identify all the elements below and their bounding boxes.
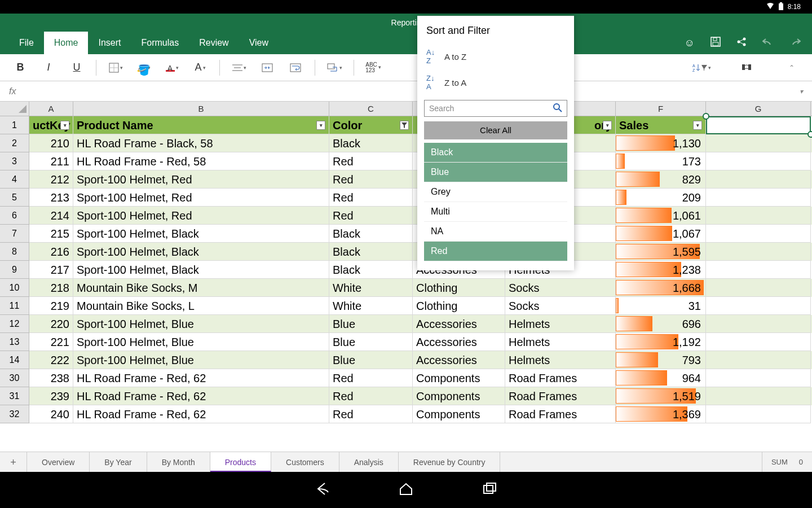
redo-icon[interactable] [789, 37, 801, 49]
sort-filter-button[interactable]: AZ ▾ [690, 58, 713, 78]
cell-color[interactable]: Black [329, 225, 413, 243]
cell-sales[interactable]: 31 [616, 297, 706, 315]
cell-empty[interactable] [706, 279, 811, 297]
share-icon[interactable] [736, 37, 747, 50]
filter-item-red[interactable]: Red [424, 242, 567, 261]
col-header-b[interactable]: B [73, 102, 329, 116]
row-header[interactable]: 12 [0, 315, 29, 333]
cell-sales[interactable]: 793 [616, 351, 706, 369]
filter-item-blue[interactable]: Blue [424, 163, 567, 182]
filter-icon[interactable]: ▾ [693, 121, 702, 130]
tab-view[interactable]: View [239, 32, 279, 54]
cell-color[interactable]: Blue [329, 333, 413, 351]
wrap-text-button[interactable] [284, 58, 307, 78]
cell-color[interactable]: Red [329, 387, 413, 405]
filter-icon[interactable]: ▾ [60, 121, 69, 130]
cell-subcategory[interactable]: Road Frames [505, 369, 616, 387]
cell-empty[interactable] [706, 134, 811, 152]
row-header[interactable]: 8 [0, 243, 29, 261]
tab-insert[interactable]: Insert [88, 32, 131, 54]
cell-sales[interactable]: 173 [616, 152, 706, 170]
cell-key[interactable]: 218 [29, 279, 73, 297]
cell-key[interactable]: 238 [29, 369, 73, 387]
sort-atoz[interactable]: A↓Z A to Z [417, 43, 574, 69]
cell-sales[interactable]: 1,061 [616, 207, 706, 225]
table-row[interactable]: 14222Sport-100 Helmet, BlueBlueAccessori… [0, 351, 812, 369]
cell-name[interactable]: HL Road Frame - Red, 62 [73, 387, 329, 405]
filter-icon[interactable]: ▾ [316, 121, 325, 130]
cell-color[interactable]: Black [329, 134, 413, 152]
cell-key[interactable]: 213 [29, 189, 73, 207]
cell-name[interactable]: Sport-100 Helmet, Black [73, 261, 329, 279]
row-header[interactable]: 32 [0, 405, 29, 423]
filter-search-input[interactable]: Search [424, 100, 567, 117]
spreadsheet-grid[interactable]: 1 uctKey▾ Product Name▾ Color ory▾ Sales… [0, 116, 812, 423]
cell-key[interactable]: 211 [29, 152, 73, 170]
cell-empty[interactable] [706, 189, 811, 207]
cell-sales[interactable]: 1,238 [616, 261, 706, 279]
borders-button[interactable]: ▾ [104, 58, 127, 78]
sheet-byyear[interactable]: By Year [90, 452, 147, 472]
cell-color[interactable]: Red [329, 405, 413, 423]
cell-color[interactable]: Black [329, 243, 413, 261]
table-row[interactable]: 13221Sport-100 Helmet, BlueBlueAccessori… [0, 333, 812, 351]
cell-key[interactable]: 220 [29, 315, 73, 333]
find-button[interactable] [735, 58, 758, 78]
tab-review[interactable]: Review [189, 32, 239, 54]
filter-icon[interactable]: ▾ [603, 121, 612, 130]
italic-button[interactable]: I [37, 58, 60, 78]
cell-key[interactable]: 215 [29, 225, 73, 243]
row-header[interactable]: 6 [0, 207, 29, 225]
cell-sales[interactable]: 1,595 [616, 243, 706, 261]
header-productkey[interactable]: uctKey▾ [29, 116, 73, 134]
filter-item-multi[interactable]: Multi [424, 202, 567, 222]
header-sales[interactable]: Sales▾ [616, 116, 706, 134]
col-header-f[interactable]: F [616, 102, 706, 116]
smiley-icon[interactable]: ☺ [685, 37, 695, 49]
cell-empty[interactable] [706, 369, 811, 387]
cell-key[interactable]: 210 [29, 134, 73, 152]
table-row[interactable]: 30238HL Road Frame - Red, 62RedComponent… [0, 369, 812, 387]
cell-empty[interactable] [706, 405, 811, 423]
sheet-revenue[interactable]: Revenue by Country [399, 452, 501, 472]
table-row[interactable]: 31239HL Road Frame - Red, 62RedComponent… [0, 387, 812, 405]
align-button[interactable]: ▾ [228, 58, 250, 78]
cell-name[interactable]: Sport-100 Helmet, Red [73, 207, 329, 225]
table-row[interactable]: 3211HL Road Frame - Red, 58Rednes173 [0, 152, 812, 170]
row-header[interactable]: 2 [0, 134, 29, 152]
cell-color[interactable]: Blue [329, 315, 413, 333]
cell-category[interactable]: Components [413, 387, 505, 405]
header-color[interactable]: Color [329, 116, 413, 134]
cell-empty[interactable] [706, 207, 811, 225]
table-row[interactable]: 32240HL Road Frame - Red, 62RedComponent… [0, 405, 812, 423]
cell-color[interactable]: Red [329, 369, 413, 387]
cell-sales[interactable]: 964 [616, 369, 706, 387]
table-row[interactable]: 8216Sport-100 Helmet, BlackBlack1,595 [0, 243, 812, 261]
cell-styles-button[interactable]: ABC123▾ [362, 58, 385, 78]
row-header[interactable]: 10 [0, 279, 29, 297]
cell-category[interactable]: Components [413, 405, 505, 423]
table-row[interactable]: 7215Sport-100 Helmet, BlackBlack1,067 [0, 225, 812, 243]
row-header[interactable]: 31 [0, 387, 29, 405]
cell-sales[interactable]: 209 [616, 189, 706, 207]
table-row[interactable]: 5213Sport-100 Helmet, RedRed209 [0, 189, 812, 207]
cell-key[interactable]: 217 [29, 261, 73, 279]
cell-category[interactable]: Accessories [413, 315, 505, 333]
cell-name[interactable]: Sport-100 Helmet, Blue [73, 333, 329, 351]
cell-color[interactable]: White [329, 297, 413, 315]
cell-name[interactable]: Sport-100 Helmet, Black [73, 243, 329, 261]
cell-key[interactable]: 240 [29, 405, 73, 423]
cell-sales[interactable]: 1,668 [616, 279, 706, 297]
cell-name[interactable]: Sport-100 Helmet, Red [73, 189, 329, 207]
cell-name[interactable]: HL Road Frame - Red, 58 [73, 152, 329, 170]
font-color-button[interactable]: A▾ [161, 58, 183, 78]
cell-subcategory[interactable]: Road Frames [505, 387, 616, 405]
cell-key[interactable]: 214 [29, 207, 73, 225]
recents-icon[interactable] [482, 481, 497, 499]
cell-subcategory[interactable]: Socks [505, 297, 616, 315]
cell-sales[interactable]: 696 [616, 315, 706, 333]
cell-category[interactable]: Accessories [413, 333, 505, 351]
table-row[interactable]: 6214Sport-100 Helmet, RedRed1,061 [0, 207, 812, 225]
cell-category[interactable]: Clothing [413, 279, 505, 297]
cell-empty[interactable] [706, 333, 811, 351]
